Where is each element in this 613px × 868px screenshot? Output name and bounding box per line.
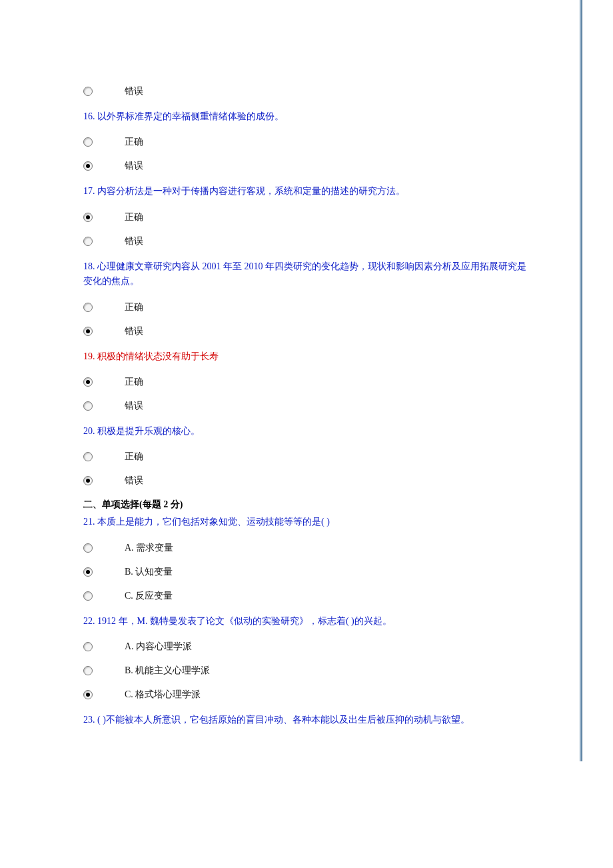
radio-icon[interactable] [83,137,93,147]
option-label: 错误 [125,85,143,97]
option-label: 正确 [125,136,143,148]
option-row: 错误 [83,235,530,247]
question-number: 20. [83,426,95,436]
radio-icon[interactable] [83,303,93,312]
option-label: 错误 [125,160,143,172]
option-row: A. 需求变量 [83,542,530,554]
radio-icon[interactable] [83,452,93,461]
question-text: 以外界标准界定的幸福侧重情绪体验的成份。 [97,111,284,121]
radio-icon[interactable] [83,327,93,336]
option-row: 错误 [83,325,530,337]
question-text: 1912 年，M. 魏特曼发表了论文《似动的实验研究》，标志着( )的兴起。 [97,616,392,626]
question-18: 18. 心理健康文章研究内容从 2001 年至 2010 年四类研究的变化趋势，… [83,259,530,289]
option-label: 正确 [125,376,143,388]
question-number: 17. [83,186,95,196]
question-number: 18. [83,261,95,271]
option-label: B. 机能主义心理学派 [125,665,210,677]
question-21: 21. 本质上是能力，它们包括对象知觉、运动技能等等的是( ) [83,515,530,529]
radio-icon[interactable] [83,401,93,411]
option-label: B. 认知变量 [125,566,173,578]
radio-icon[interactable] [83,666,93,675]
option-label: C. 反应变量 [125,590,173,602]
radio-icon[interactable] [83,213,93,222]
option-row: 正确 [83,211,530,223]
option-label: C. 格式塔心理学派 [125,689,201,701]
option-row: 错误 [83,400,530,412]
option-label: 错误 [125,475,143,487]
question-text: 积极是提升乐观的核心。 [97,426,200,436]
option-row: 正确 [83,301,530,313]
option-row: 正确 [83,136,530,148]
question-19: 19. 积极的情绪状态没有助于长寿 [83,349,530,364]
option-label: 错误 [125,400,143,412]
question-number: 22. [83,616,95,626]
option-row: 正确 [83,451,530,463]
question-22: 22. 1912 年，M. 魏特曼发表了论文《似动的实验研究》，标志着( )的兴… [83,614,530,629]
option-row: A. 内容心理学派 [83,641,530,653]
question-23: 23. ( )不能被本人所意识，它包括原始的盲目冲动、各种本能以及出生后被压抑的… [83,713,530,727]
question-text: 心理健康文章研究内容从 2001 年至 2010 年四类研究的变化趋势，现状和影… [83,261,526,286]
radio-icon[interactable] [83,690,93,699]
question-text: 内容分析法是一种对于传播内容进行客观，系统和定量的描述的研究方法。 [97,186,405,196]
radio-icon[interactable] [83,237,93,246]
radio-icon[interactable] [83,87,93,96]
option-label: 正确 [125,301,143,313]
option-label: A. 内容心理学派 [125,641,192,653]
question-text: ( )不能被本人所意识，它包括原始的盲目冲动、各种本能以及出生后被压抑的动机与欲… [97,715,470,725]
question-20: 20. 积极是提升乐观的核心。 [83,424,530,439]
radio-icon[interactable] [83,543,93,553]
question-number: 16. [83,111,95,121]
question-text: 积极的情绪状态没有助于长寿 [97,351,219,361]
option-row: C. 格式塔心理学派 [83,689,530,701]
option-row: 错误 [83,475,530,487]
option-row: 错误 [83,85,530,97]
question-number: 23. [83,715,95,725]
radio-icon[interactable] [83,161,93,171]
option-row: 错误 [83,160,530,172]
option-label: A. 需求变量 [125,542,173,554]
page-container: 错误 16. 以外界标准界定的幸福侧重情绪体验的成份。 正确 错误 17. 内容… [0,0,613,761]
radio-icon[interactable] [83,476,93,485]
radio-icon[interactable] [83,591,93,601]
option-label: 错误 [125,235,143,247]
option-label: 正确 [125,211,143,223]
right-margin-rule [580,0,582,761]
section-2-title: 二、单项选择(每题 2 分) [83,499,530,511]
question-17: 17. 内容分析法是一种对于传播内容进行客观，系统和定量的描述的研究方法。 [83,184,530,199]
question-number: 21. [83,517,95,527]
option-row: C. 反应变量 [83,590,530,602]
radio-icon[interactable] [83,567,93,577]
question-16: 16. 以外界标准界定的幸福侧重情绪体验的成份。 [83,109,530,124]
radio-icon[interactable] [83,642,93,651]
option-label: 正确 [125,451,143,463]
radio-icon[interactable] [83,377,93,387]
question-number: 19. [83,351,95,361]
option-row: B. 机能主义心理学派 [83,665,530,677]
option-row: B. 认知变量 [83,566,530,578]
question-text: 本质上是能力，它们包括对象知觉、运动技能等等的是( ) [97,517,330,527]
option-row: 正确 [83,376,530,388]
option-label: 错误 [125,325,143,337]
